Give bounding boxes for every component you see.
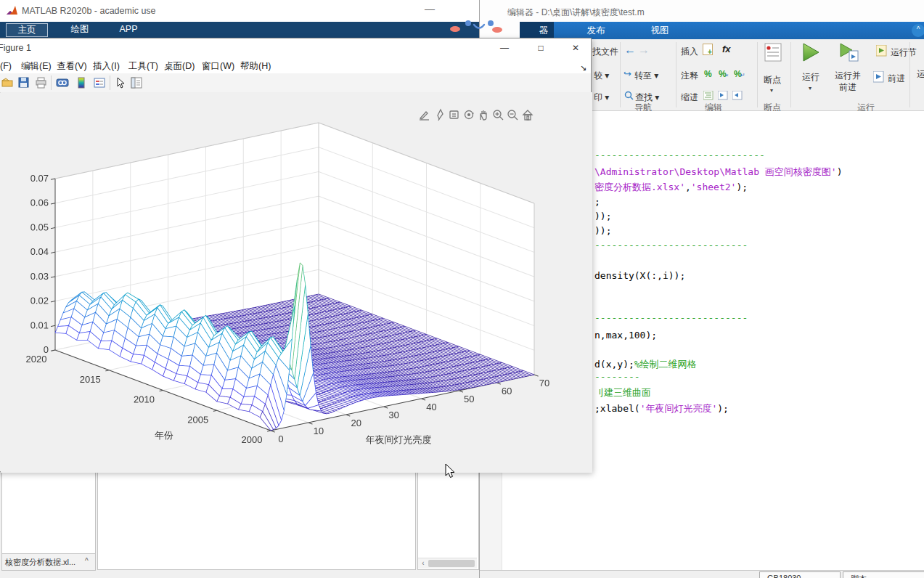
code-line[interactable]: ; — [594, 196, 600, 208]
menu-overflow-icon[interactable]: ↘ — [580, 63, 586, 73]
main-minimize-button[interactable]: — — [425, 3, 435, 15]
menu-view[interactable]: 查看(V) — [57, 60, 87, 73]
goto-icon: ↪ — [624, 68, 631, 79]
code-line[interactable]: n,max,100); — [594, 330, 657, 341]
matlab-logo-icon — [6, 5, 18, 17]
find-file-partial[interactable]: 找文件 — [592, 46, 618, 58]
tab-editor[interactable]: 器 — [520, 22, 554, 39]
figure-close-button[interactable]: ✕ — [565, 41, 586, 54]
link-plots-icon[interactable] — [56, 76, 69, 89]
collapse-icon[interactable]: ^ — [85, 557, 89, 565]
tab-view[interactable]: 视图 — [639, 22, 680, 39]
menu-tools[interactable]: 工具(T) — [128, 60, 158, 73]
figure-maximize-button[interactable]: □ — [530, 41, 552, 54]
code-line[interactable]: \Administrator\Desktop\Matlab 画空间核密度图') — [594, 166, 842, 178]
tab-home[interactable]: 主页 — [6, 23, 48, 37]
code-line[interactable]: ;xlabel('年夜间灯光亮度'); — [594, 403, 729, 415]
advance-button[interactable]: 前进 — [888, 73, 905, 85]
code-line[interactable]: d(x,y);%绘制二维网格 — [594, 359, 697, 370]
blush-right-icon — [492, 27, 502, 33]
indent-right-icon[interactable] — [718, 91, 728, 100]
toolstrip-collapse-icon[interactable]: ^ — [912, 24, 924, 37]
kernel-density-3d-plot[interactable] — [1, 92, 592, 473]
compare-partial[interactable]: 较 ▾ — [594, 70, 609, 82]
code-line[interactable]: -------- — [594, 371, 640, 383]
menu-window[interactable]: 窗口(W) — [202, 60, 234, 73]
goto-button[interactable]: 转至 ▾ — [634, 70, 658, 82]
main-tab-bar: 主页 绘图 APP ? ⌄ 搜索文档 — [0, 22, 479, 38]
rotate-3d-icon[interactable] — [462, 108, 475, 121]
comment-button[interactable]: 注释 — [681, 70, 698, 82]
workspace-panel[interactable]: ‹ — [417, 472, 479, 570]
run-caret-icon[interactable]: ▾ — [809, 85, 811, 91]
code-line[interactable]: 密度分析数据.xlsx','sheet2'); — [594, 182, 748, 193]
code-line[interactable]: density(X(:,i)); — [594, 270, 685, 282]
edit-plot-icon[interactable] — [114, 76, 127, 89]
pan-icon[interactable] — [477, 108, 490, 121]
editor-window-title: 编辑器 - D:\桌面\讲解\核密度\test.m — [507, 7, 645, 19]
next-group-partial[interactable]: 运 — [917, 68, 924, 81]
horizontal-scrollbar[interactable]: ‹ — [418, 558, 477, 569]
run-advance-icon[interactable] — [839, 42, 859, 62]
figure-window: Figure 1 — □ ✕ 文件(F) 编辑(E) 查看(V) 插入(I) 工… — [0, 38, 592, 472]
main-title-bar[interactable]: MATLAB R2020b - academic use — — [0, 0, 479, 23]
code-line[interactable]: 刂建三维曲面 — [594, 387, 651, 399]
insert-function-icon[interactable]: fx — [722, 44, 731, 54]
run-icon[interactable] — [801, 42, 820, 62]
current-folder-panel[interactable] — [1, 472, 96, 555]
insert-colorbar-icon[interactable] — [75, 76, 89, 89]
property-inspector-icon[interactable] — [130, 76, 143, 89]
insert-legend-icon[interactable] — [93, 76, 106, 89]
smart-indent-icon[interactable] — [703, 91, 714, 100]
code-line[interactable]: --------------------------- — [594, 240, 748, 251]
run-section-icon[interactable] — [876, 45, 888, 57]
forward-icon[interactable]: → — [638, 44, 650, 57]
code-line[interactable]: ------------------------------ — [594, 150, 765, 161]
export-icon[interactable] — [418, 108, 431, 121]
menu-help[interactable]: 帮助(H) — [240, 60, 271, 73]
figure-title-bar[interactable]: Figure 1 — □ ✕ — [0, 38, 591, 57]
run-button[interactable]: 运行 — [802, 71, 819, 84]
figure-title: Figure 1 — [0, 43, 31, 53]
breakpoints-button[interactable]: 断点 — [764, 74, 781, 86]
zoom-out-icon[interactable] — [506, 108, 519, 121]
breakpoints-caret-icon[interactable]: ▾ — [770, 87, 773, 94]
menu-edit[interactable]: 编辑(E) — [21, 60, 52, 73]
restore-view-icon[interactable] — [521, 108, 534, 121]
back-icon[interactable]: ← — [624, 44, 636, 57]
run-section-button[interactable]: 运行节 — [891, 46, 917, 59]
encoding-indicator: GB18030 — [759, 571, 841, 578]
menu-insert[interactable]: 插入(I) — [93, 60, 120, 73]
comment-icon[interactable]: % — [704, 69, 712, 79]
brush-icon[interactable] — [433, 108, 446, 121]
breakpoints-icon[interactable] — [764, 43, 782, 62]
run-advance-label-2[interactable]: 前进 — [839, 81, 856, 94]
blush-left-icon — [450, 26, 460, 32]
indent-left-icon[interactable] — [732, 91, 743, 100]
eye-right-icon — [488, 20, 494, 26]
zoom-in-icon[interactable] — [491, 108, 504, 121]
print-partial[interactable]: 印 ▾ — [594, 91, 609, 104]
code-line[interactable]: )); — [594, 225, 611, 237]
advance-icon[interactable] — [873, 71, 886, 83]
datatip-icon[interactable] — [448, 108, 461, 121]
print-icon[interactable] — [35, 76, 48, 89]
scrollbar-thumb[interactable] — [428, 560, 475, 567]
scroll-left-icon[interactable]: ‹ — [419, 559, 428, 568]
command-window-panel[interactable] — [97, 472, 416, 570]
open-folder-icon[interactable] — [1, 76, 15, 89]
menu-file[interactable]: 文件(F) — [0, 60, 12, 73]
tab-plot[interactable]: 绘图 — [60, 23, 100, 36]
code-line[interactable]: --------------------------- — [594, 312, 748, 324]
editor-title-bar[interactable]: 编辑器 - D:\桌面\讲解\核密度\test.m — [480, 0, 924, 22]
details-bar[interactable]: 核密度分析数据.xl... ^ — [1, 553, 96, 571]
tab-publish[interactable]: 发布 — [576, 22, 616, 39]
run-advance-label-1[interactable]: 运行并 — [835, 70, 861, 82]
insert-button[interactable]: 插入 — [681, 46, 698, 58]
code-line[interactable]: )); — [594, 211, 611, 222]
indent-button[interactable]: 缩进 — [681, 91, 698, 104]
menu-desktop[interactable]: 桌面(D) — [164, 60, 195, 73]
figure-minimize-button[interactable]: — — [494, 41, 515, 54]
save-icon[interactable] — [17, 76, 30, 89]
tab-app[interactable]: APP — [110, 23, 147, 36]
